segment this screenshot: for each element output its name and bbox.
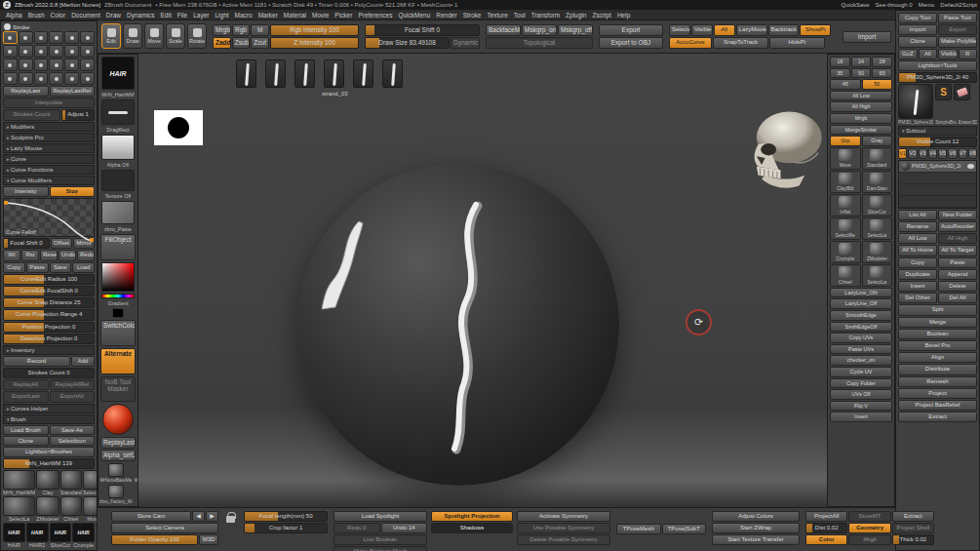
focal-preset-button[interactable]: 65 [872,68,892,79]
subtool-op-button[interactable]: Remesh [898,376,977,387]
eraser-thumbnail[interactable] [954,84,970,100]
paint-mode-button[interactable]: Mrgb [213,24,231,36]
menu-item[interactable]: Transform [531,12,560,19]
material-thumbnail[interactable]: MrNuneBassMa [99,463,133,483]
subtool-action-button[interactable]: Paste [938,257,977,268]
curve-target-button[interactable]: Visible [691,24,713,36]
extract-button[interactable]: Extract [892,511,934,522]
focal-preset-button[interactable]: 24 [851,57,872,67]
subtool-action-button[interactable]: Insert [898,281,937,292]
subtool-action-button[interactable]: Del All [938,293,977,303]
export-button[interactable]: Export [599,24,663,36]
menu-item[interactable]: Marker [258,12,278,19]
lightbox-brushes-button[interactable]: Lightbox>Brushes [3,447,95,457]
uv-action-button[interactable]: Cycle UV [830,367,892,377]
replay-button[interactable]: ReplayLast [3,86,49,97]
m3d-button[interactable]: M3D [199,534,218,545]
goz-button[interactable]: All [919,49,938,59]
tool-action-button[interactable]: Make PolyMesh3D [938,36,977,47]
subtool-view-tab[interactable]: V5 [938,148,947,159]
brush-preview-thumbnail[interactable] [382,59,403,88]
curve-file-button[interactable]: Load [72,262,95,273]
sculpt-mode-button[interactable]: Zcut [251,37,269,49]
brush-header[interactable]: Brush [3,414,95,424]
stroke-type-icon[interactable] [3,45,18,58]
fill-object-button[interactable]: FillObject [100,234,136,260]
curve-edit-button[interactable]: Redo [77,250,95,260]
export-obj-button[interactable]: Export to OBJ [599,37,663,49]
load-spotlight-button[interactable]: Load Spotlight [333,511,427,522]
adjust-colors-button[interactable]: Adjust Colors [712,511,800,522]
undo-button[interactable]: Undo 14 [381,523,428,533]
tool-action-button[interactable]: Copy Tool [898,13,937,23]
accucurve-toggle[interactable]: AccuCurve [669,37,712,49]
export-strokes-button[interactable]: ExportLast [3,391,49,402]
subtool-action-button[interactable]: All Low [898,233,937,244]
mask-option-button[interactable]: Mskgrp_on [522,24,557,36]
folder-opacity-slider[interactable]: Folder Opacity 100 [111,534,198,545]
lazyline-button[interactable]: LazyLine_Off [830,298,892,309]
curve-target-button[interactable]: Selected [669,24,690,36]
shelf-macro-button[interactable]: Alpha_setUp [100,450,136,461]
stroke-type-icon[interactable] [34,72,49,85]
goz-button[interactable]: GoZ [898,49,918,59]
brush-thumbnail[interactable]: Clay [36,470,59,495]
tool-action-button[interactable]: Export [938,24,977,35]
titlebar-button[interactable]: See-through 0 [876,2,913,8]
menu-item[interactable]: QuickMenu [398,12,430,19]
add-button[interactable]: Add [71,356,95,367]
tool-masker-button[interactable]: NoB Tool Masker [100,376,136,403]
subtool-op-button[interactable]: Distribute [898,364,977,374]
menu-item[interactable]: Zplugin [566,12,586,19]
subtool-op-button[interactable]: Split [898,304,977,315]
curve-setting-slider[interactable]: Curve Snap Distance 25 [3,297,95,308]
brush-preset-button[interactable]: SelectRe [830,217,861,240]
rotate-gizmo[interactable]: ⟳ [686,309,712,335]
curve-setting-slider[interactable]: Curve Projection Range 4 [3,309,95,320]
lock-icon[interactable] [226,512,235,523]
menu-item[interactable]: Edit [161,12,172,19]
subtool-list-item[interactable] [899,184,976,196]
subtool-list-button[interactable]: New Folder [938,210,977,220]
brush-file-button[interactable]: Load Brush [3,425,49,435]
menu-item[interactable]: Zscript [592,12,611,19]
current-tool-thumbnail[interactable] [898,84,933,119]
size-toggle[interactable]: Size [50,186,96,197]
subtool-action-button[interactable]: Duplicate [898,269,937,280]
subtool-list-item[interactable]: PM3D_Sphere3D_2i [899,161,976,173]
subtool-op-button[interactable]: Project BasRelief [898,400,977,411]
goz-button[interactable]: Visible [938,49,958,59]
stroke-option-button[interactable]: LazyMouse [736,24,767,36]
eye-icon[interactable] [967,164,974,169]
menu-item[interactable]: Draw [106,12,121,19]
project-all-button[interactable]: ProjectAll [805,511,847,522]
stroke-type-icon[interactable] [34,45,49,58]
menu-item[interactable]: Dynamics [127,12,155,19]
menu-item[interactable]: Brush [28,12,45,19]
brush-thumbnail[interactable]: ZModeler [36,496,59,522]
tool-action-button[interactable]: Clone [898,36,937,47]
sculpt-mode-button[interactable]: Zsub [232,37,251,49]
shelf-action-button[interactable]: All Low [830,91,892,101]
brush-thumbnail[interactable]: Move [83,496,98,522]
switch-color-button[interactable]: SwitchColor [100,320,136,346]
subtool-view-tab[interactable]: V7 [959,148,967,159]
uv-action-button[interactable]: checker_on [830,355,892,366]
brush-thumbnail[interactable]: HAIR2 [26,523,49,548]
palette-section-header[interactable]: Lazy Mouse [3,143,95,153]
subtool-op-button[interactable]: Bevel Pro [898,340,977,351]
uv-action-button[interactable]: Copy Folder [830,378,892,389]
mask-option-button[interactable]: Mskgrp_off [558,24,593,36]
menu-item[interactable]: Preferences [358,12,392,19]
prev-camera-button[interactable]: ◀ [192,511,205,522]
dynamic-toggle[interactable]: Dynamic [451,37,480,49]
brush-preset-button[interactable]: DamStan [862,171,893,193]
lightbox-tools-button[interactable]: Lightbox>Tools [898,60,977,71]
curve-setting-slider[interactable]: CurveEdit Radius 100 [3,274,95,285]
subtool-op-button[interactable]: Boolean [898,329,977,339]
alpha-thumbnail[interactable] [101,135,135,160]
menu-item[interactable]: Help [617,12,630,19]
make-boolean-mesh-button[interactable]: Make Boolean Mesh [333,546,427,551]
gyro-mode-button[interactable]: Draw [123,23,142,49]
brush-preview-thumbnail[interactable] [265,59,286,88]
